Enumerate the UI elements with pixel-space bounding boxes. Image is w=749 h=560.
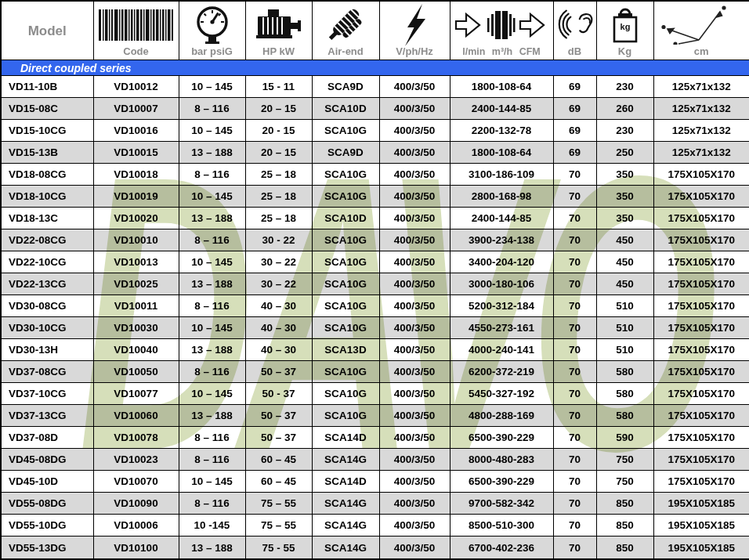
cell-flow: 2400-144-85 bbox=[450, 208, 553, 229]
cell-weight: 580 bbox=[596, 361, 653, 383]
cell-noise: 70 bbox=[553, 229, 596, 251]
cell-dimensions: 175X105X170 bbox=[653, 339, 749, 361]
power-header-label: HP kW bbox=[262, 46, 295, 56]
cell-noise: 70 bbox=[553, 383, 596, 405]
cell-power: 40 – 30 bbox=[245, 317, 312, 339]
col-header-code: Code bbox=[93, 1, 179, 60]
airend-header-label: Air-end bbox=[327, 46, 364, 56]
cell-power: 25 – 18 bbox=[245, 208, 312, 229]
cell-power: 30 – 22 bbox=[245, 251, 312, 273]
cell-power: 50 – 37 bbox=[245, 361, 312, 383]
cell-code: VD10023 bbox=[93, 449, 179, 471]
cell-model: VD37-08D bbox=[1, 427, 93, 449]
cell-flow: 1800-108-64 bbox=[450, 76, 553, 98]
cell-voltage: 400/3/50 bbox=[379, 405, 450, 427]
col-header-voltage: V/ph/Hz bbox=[379, 1, 450, 60]
table-row: VD15-10CGVD1001610 – 14520 - 15SCA10G400… bbox=[1, 120, 749, 142]
cell-code: VD10018 bbox=[93, 164, 179, 186]
cell-noise: 70 bbox=[553, 537, 596, 559]
cell-noise: 70 bbox=[553, 471, 596, 493]
cell-code: VD10016 bbox=[93, 120, 179, 142]
table-row: VD18-08CGVD100188 – 11625 – 18SCA10G400/… bbox=[1, 164, 749, 186]
col-header-noise: dB bbox=[553, 1, 596, 60]
cell-flow: 5450-327-192 bbox=[450, 383, 553, 405]
cell-power: 50 - 37 bbox=[245, 383, 312, 405]
cell-weight: 750 bbox=[596, 449, 653, 471]
cell-pressure: 13 – 188 bbox=[179, 537, 245, 559]
cell-voltage: 400/3/50 bbox=[379, 76, 450, 98]
table-row: VD37-10CGVD1007710 – 14550 - 37SCA10G400… bbox=[1, 383, 749, 405]
cell-airend: SCA13D bbox=[312, 339, 379, 361]
cell-noise: 69 bbox=[553, 76, 596, 98]
cell-model: VD37-13CG bbox=[1, 405, 93, 427]
spec-sheet-page: Model bbox=[0, 0, 749, 560]
cell-flow: 5200-312-184 bbox=[450, 295, 553, 317]
cell-pressure: 10 – 145 bbox=[179, 120, 245, 142]
cell-model: VD18-10CG bbox=[1, 186, 93, 208]
cell-weight: 510 bbox=[596, 295, 653, 317]
cell-code: VD10077 bbox=[93, 383, 179, 405]
cell-code: VD10040 bbox=[93, 339, 179, 361]
cell-airend: SCA9D bbox=[312, 76, 379, 98]
cell-power: 30 - 22 bbox=[245, 229, 312, 251]
cell-voltage: 400/3/50 bbox=[379, 251, 450, 273]
cell-model: VD22-13CG bbox=[1, 273, 93, 295]
cell-code: VD10078 bbox=[93, 427, 179, 449]
cell-pressure: 13 – 188 bbox=[179, 208, 245, 229]
cell-flow: 1800-108-64 bbox=[450, 142, 553, 164]
cell-airend: SCA10D bbox=[312, 208, 379, 229]
cell-power: 75 – 55 bbox=[245, 515, 312, 537]
cell-pressure: 10 – 145 bbox=[179, 186, 245, 208]
compressor-spec-table: Model bbox=[0, 0, 749, 560]
pressure-header-label: bar psiG bbox=[191, 46, 233, 56]
screw-airend-icon bbox=[313, 4, 378, 46]
cell-code: VD10070 bbox=[93, 471, 179, 493]
cell-voltage: 400/3/50 bbox=[379, 361, 450, 383]
noise-header-label: dB bbox=[568, 46, 581, 56]
cell-weight: 750 bbox=[596, 471, 653, 493]
cell-noise: 70 bbox=[553, 208, 596, 229]
cell-model: VD22-10CG bbox=[1, 251, 93, 273]
cell-weight: 250 bbox=[596, 142, 653, 164]
cell-power: 20 – 15 bbox=[245, 142, 312, 164]
cell-airend: SCA14G bbox=[312, 449, 379, 471]
cell-power: 50 – 37 bbox=[245, 405, 312, 427]
cell-voltage: 400/3/50 bbox=[379, 427, 450, 449]
col-header-flow: l/min m³/h CFM bbox=[450, 1, 553, 60]
col-header-model: Model bbox=[1, 1, 93, 60]
cell-model: VD55-13DG bbox=[1, 537, 93, 559]
cell-flow: 2400-144-85 bbox=[450, 98, 553, 120]
pressure-gauge-icon bbox=[180, 4, 244, 46]
cell-flow: 6500-390-229 bbox=[450, 427, 553, 449]
weight-header-label: Kg bbox=[618, 46, 631, 56]
cell-noise: 70 bbox=[553, 361, 596, 383]
cell-model: VD15-10CG bbox=[1, 120, 93, 142]
col-header-power: HP kW bbox=[245, 1, 312, 60]
lightning-icon bbox=[381, 4, 449, 46]
cell-dimensions: 175X105X170 bbox=[653, 471, 749, 493]
cell-dimensions: 175X105X170 bbox=[653, 427, 749, 449]
table-row: VD55-13DGVD1010013 – 18875 - 55SCA14G400… bbox=[1, 537, 749, 559]
cell-flow: 4000-240-141 bbox=[450, 339, 553, 361]
cell-dimensions: 175X105X170 bbox=[653, 273, 749, 295]
cell-pressure: 8 – 116 bbox=[179, 493, 245, 515]
cell-power: 20 - 15 bbox=[245, 120, 312, 142]
cell-pressure: 13 – 188 bbox=[179, 405, 245, 427]
table-row: VD11-10BVD1001210 – 14515 - 11SCA9D400/3… bbox=[1, 76, 749, 98]
cell-weight: 510 bbox=[596, 339, 653, 361]
cell-pressure: 10 – 145 bbox=[179, 76, 245, 98]
table-row: VD18-13CVD1002013 – 18825 – 18SCA10D400/… bbox=[1, 208, 749, 229]
table-row: VD45-08DGVD100238 – 11660 – 45SCA14G400/… bbox=[1, 449, 749, 471]
cell-weight: 450 bbox=[596, 251, 653, 273]
cell-voltage: 400/3/50 bbox=[379, 273, 450, 295]
barcode-icon bbox=[95, 4, 178, 46]
weight-kg-icon: kg bbox=[598, 4, 653, 46]
cell-model: VD18-08CG bbox=[1, 164, 93, 186]
cell-power: 75 - 55 bbox=[245, 537, 312, 559]
cell-flow: 3100-186-109 bbox=[450, 164, 553, 186]
cell-code: VD10019 bbox=[93, 186, 179, 208]
cell-pressure: 8 – 116 bbox=[179, 361, 245, 383]
table-row: VD37-08CGVD100508 – 11650 – 37SCA10G400/… bbox=[1, 361, 749, 383]
cell-airend: SCA10G bbox=[312, 186, 379, 208]
cell-model: VD18-13C bbox=[1, 208, 93, 229]
